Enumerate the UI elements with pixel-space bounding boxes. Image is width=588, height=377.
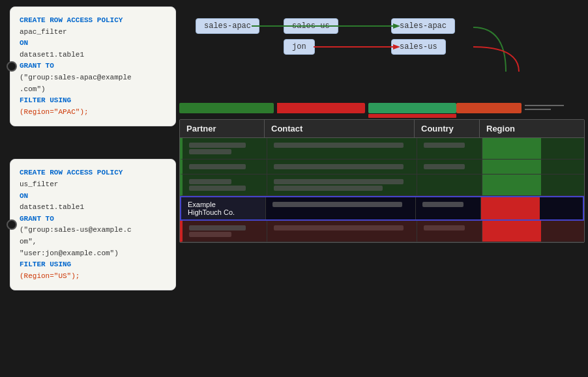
code-line: GRANT TO: [20, 61, 166, 72]
td-partner: [183, 138, 267, 159]
td-contact: [267, 175, 417, 195]
code-line: us_filter: [20, 179, 166, 191]
code-line: (Region="APAC");: [20, 107, 166, 119]
right-panel: sales-apac sales-us jon sales-apac sales…: [176, 0, 588, 377]
code-line: "user:jon@example.com"): [20, 248, 166, 260]
td-partner: [183, 175, 267, 195]
tag-sales-us: sales-us: [284, 18, 338, 34]
td-contact: [267, 221, 417, 242]
code-line: CREATE ROW ACCESS POLICY: [20, 167, 166, 179]
td-country: [416, 197, 481, 219]
td-region: [482, 221, 541, 242]
td-country-singapore: [417, 175, 482, 195]
tag-sales-apac-1: sales-apac: [196, 18, 259, 34]
table-row: [180, 138, 584, 160]
keyword: FILTER USING: [20, 260, 71, 268]
code-text: ("group:sales-us@example.c: [20, 226, 132, 234]
td-country: [417, 160, 482, 174]
code-string: (Region="US");: [20, 272, 80, 280]
keyword: GRANT TO: [20, 215, 54, 223]
left-panel: CREATE ROW ACCESS POLICY apac_filter ON …: [0, 0, 176, 377]
code-line: GRANT TO: [20, 214, 166, 225]
code-text: .com"): [20, 85, 46, 93]
code-line: dataset1.table1: [20, 202, 166, 214]
table-row-highlighted: Example HighTouch Co.: [180, 196, 584, 221]
code-line: FILTER USING: [20, 95, 166, 107]
bar-divider: [277, 103, 279, 113]
dark-red-bar: [456, 103, 522, 113]
red-bar-1: [277, 103, 365, 113]
td-region: [482, 175, 541, 195]
code-box-us: CREATE ROW ACCESS POLICY us_filter ON da…: [10, 159, 176, 290]
th-country: Country: [415, 120, 480, 137]
code-line: (Region="US");: [20, 271, 166, 283]
code-line: ON: [20, 191, 166, 202]
keyword: GRANT TO: [20, 62, 54, 70]
td-partner-example: Example HighTouch Co.: [181, 197, 266, 219]
line-detail-2: [525, 109, 551, 110]
td-partner: [183, 221, 267, 242]
table-row: [180, 160, 584, 175]
code-line: CREATE ROW ACCESS POLICY: [20, 15, 166, 27]
td-country: [417, 221, 482, 242]
code-line: apac_filter: [20, 27, 166, 38]
main-container: CREATE ROW ACCESS POLICY apac_filter ON …: [0, 0, 588, 377]
table-area: Partner Contact Country Region: [179, 119, 585, 243]
keyword: ON: [20, 192, 28, 200]
code-box-apac: CREATE ROW ACCESS POLICY apac_filter ON …: [10, 7, 176, 126]
th-region: Region: [480, 120, 538, 137]
keyword: CREATE ROW ACCESS POLICY: [20, 169, 123, 176]
code-text: apac_filter: [20, 28, 67, 36]
td-region: [482, 160, 541, 174]
code-line: ("group:sales-apac@example: [20, 72, 166, 84]
code-line: ("group:sales-us@example.c: [20, 225, 166, 236]
code-string: (Region="APAC");: [20, 108, 89, 116]
code-text: dataset1.table1: [20, 51, 84, 59]
code-text: om",: [20, 238, 37, 245]
th-partner: Partner: [180, 120, 265, 137]
line-detail-1: [525, 105, 564, 106]
red-bar-2: [368, 114, 456, 118]
code-line: om",: [20, 236, 166, 248]
bars-row: [179, 101, 585, 117]
tag-jon: jon: [284, 39, 315, 55]
keyword: CREATE ROW ACCESS POLICY: [20, 16, 123, 24]
td-partner: [183, 160, 267, 174]
table-row: [180, 221, 584, 242]
tag-sales-apac-2: sales-apac: [391, 18, 455, 34]
tags-area: sales-apac sales-us jon sales-apac sales…: [176, 7, 588, 98]
td-contact: [267, 138, 417, 159]
code-text: "user:jon@example.com"): [20, 249, 119, 257]
tag-sales-us-2: sales-us: [391, 39, 446, 55]
code-text: us_filter: [20, 180, 58, 188]
code-line: FILTER USING: [20, 259, 166, 271]
td-contact: [266, 197, 416, 219]
green-bar-1: [179, 103, 274, 113]
table-header: Partner Contact Country Region: [180, 120, 584, 138]
keyword: ON: [20, 39, 28, 47]
code-line: ON: [20, 38, 166, 49]
code-line: dataset1.table1: [20, 49, 166, 61]
td-region: [482, 138, 541, 159]
code-text: dataset1.table1: [20, 203, 84, 211]
th-contact: Contact: [265, 120, 415, 137]
keyword: FILTER USING: [20, 96, 71, 104]
td-country: [417, 138, 482, 159]
td-region: [481, 197, 540, 219]
teal-bar: [368, 103, 456, 113]
td-contact: [267, 160, 417, 174]
code-line: .com"): [20, 84, 166, 96]
table-row: [180, 175, 584, 196]
code-text: ("group:sales-apac@example: [20, 74, 132, 81]
